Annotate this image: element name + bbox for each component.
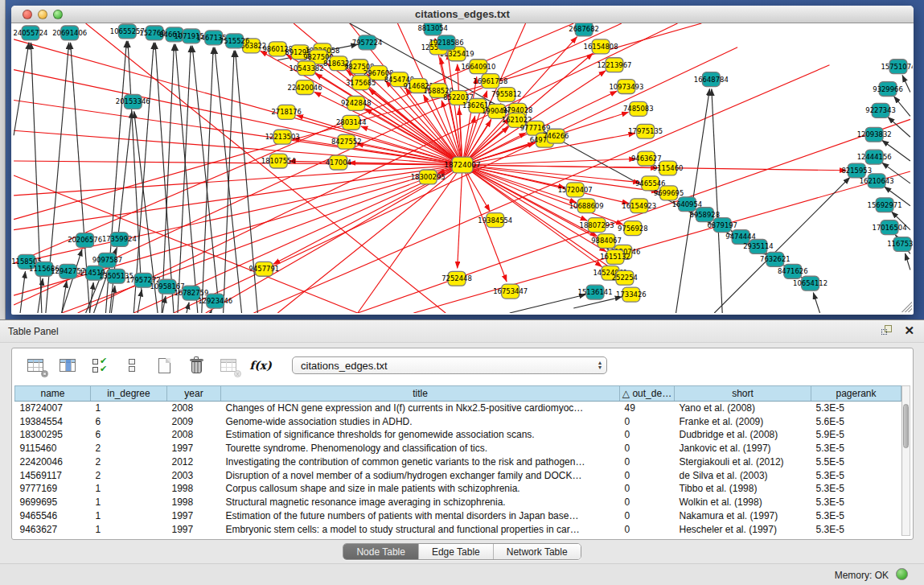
network-node[interactable]: 7485083 bbox=[623, 101, 654, 116]
table-row[interactable]: 1872400712008Changes of HCN gene express… bbox=[15, 402, 901, 415]
column-header-title[interactable]: title bbox=[221, 386, 620, 402]
node-label: 7632621 bbox=[760, 255, 791, 263]
network-node[interactable]: 1167535 bbox=[887, 237, 913, 252]
table-cell: 5.3E-5 bbox=[811, 522, 901, 536]
network-node[interactable]: 2718176 bbox=[271, 105, 302, 119]
network-node[interactable]: 24055724 bbox=[14, 26, 48, 40]
column-header-pagerank[interactable]: pagerank bbox=[811, 386, 901, 402]
table-row[interactable]: 911546021997Tourette syndrome. Phenomeno… bbox=[15, 442, 901, 455]
column-header-name[interactable]: name bbox=[15, 386, 91, 402]
network-node[interactable]: 9756928 bbox=[618, 221, 648, 236]
table-cell: Structural magnetic resonance image aver… bbox=[221, 496, 620, 509]
network-node[interactable]: 12093832 bbox=[857, 127, 892, 142]
table-cell: 2 bbox=[91, 442, 167, 455]
network-node[interactable]: 9115460 bbox=[653, 161, 684, 175]
table-cell: Genome-wide association studies in ADHD. bbox=[221, 414, 620, 428]
tab-node-table[interactable]: Node Table bbox=[343, 544, 419, 559]
table-row[interactable]: 2242004622012Investigating the contribut… bbox=[15, 455, 901, 469]
network-node[interactable]: 20691406 bbox=[52, 26, 87, 40]
network-node[interactable]: 18107554 bbox=[261, 154, 296, 168]
table-row[interactable]: 977716911998Corpus callosum shape and si… bbox=[15, 482, 901, 496]
table-cell: 5.3E-5 bbox=[811, 509, 901, 523]
table-cell: 5.6E-5 bbox=[811, 414, 901, 428]
table-scrollbar-thumb[interactable] bbox=[903, 404, 909, 448]
table-cell: 2012 bbox=[167, 455, 221, 469]
network-node[interactable]: 417004 bbox=[326, 155, 351, 170]
node-label: 12093832 bbox=[857, 130, 892, 138]
network-node[interactable]: 8813054 bbox=[417, 23, 448, 35]
unselect-all-columns-button[interactable] bbox=[121, 356, 142, 375]
column-header-year[interactable]: year bbox=[167, 386, 221, 402]
network-node[interactable]: 16753447 bbox=[493, 284, 528, 299]
network-node[interactable]: 10973493 bbox=[609, 80, 643, 94]
network-node[interactable]: 17359924 bbox=[102, 233, 137, 247]
table-cell: de Silva et al. (2003) bbox=[675, 468, 811, 482]
network-edge bbox=[187, 303, 189, 313]
network-node[interactable]: 8215953 bbox=[841, 163, 872, 178]
network-node[interactable]: 2687682 bbox=[569, 23, 599, 36]
network-node[interactable]: 15692971 bbox=[868, 198, 902, 212]
table-row[interactable]: 969969511998Structural magnetic resonanc… bbox=[15, 496, 901, 509]
new-column-button[interactable] bbox=[154, 356, 175, 375]
network-node[interactable]: 16154923 bbox=[622, 199, 656, 213]
network-node[interactable]: 10688609 bbox=[569, 199, 604, 213]
network-node[interactable]: 15136141 bbox=[578, 285, 613, 299]
table-cell: 0 bbox=[620, 442, 675, 455]
network-node[interactable]: 15720407 bbox=[558, 183, 593, 197]
memory-status-label: Memory: OK bbox=[835, 570, 889, 581]
node-label: 1733426 bbox=[616, 290, 647, 299]
network-node[interactable]: 16648784 bbox=[694, 72, 729, 87]
close-panel-icon[interactable]: ✕ bbox=[904, 324, 914, 336]
table-row[interactable]: 1830029562008Estimation of significance … bbox=[15, 428, 901, 442]
network-edge bbox=[293, 138, 462, 165]
select-all-columns-button[interactable]: ✔ ✔ bbox=[89, 356, 110, 375]
control-panel-edge bbox=[0, 0, 6, 319]
minimize-window-icon[interactable] bbox=[38, 10, 47, 19]
zoom-window-icon[interactable] bbox=[53, 10, 63, 19]
network-node[interactable]: 9329966 bbox=[873, 82, 903, 97]
network-node[interactable]: 2803144 bbox=[336, 115, 367, 130]
network-node[interactable]: 16640910 bbox=[461, 60, 495, 74]
show-columns-button[interactable] bbox=[57, 356, 78, 375]
network-node[interactable]: 16154808 bbox=[584, 39, 618, 54]
close-window-icon[interactable] bbox=[23, 10, 32, 19]
delete-column-button[interactable] bbox=[186, 356, 207, 375]
network-graph[interactable]: 7663822986012889129541822605898275098186… bbox=[11, 23, 913, 313]
function-builder-button[interactable]: f(x) bbox=[250, 356, 271, 375]
network-node[interactable]: 7957224 bbox=[352, 35, 383, 50]
table-cell: 0 bbox=[620, 468, 675, 482]
trash-icon bbox=[191, 358, 203, 373]
node-label: 16753447 bbox=[493, 287, 528, 295]
table-settings-button[interactable] bbox=[25, 356, 46, 375]
table-row[interactable]: 1938455462009Genome-wide association stu… bbox=[15, 414, 901, 428]
network-node[interactable]: 19384554 bbox=[478, 213, 512, 228]
tab-edge-table[interactable]: Edge Table bbox=[419, 544, 494, 559]
column-header-indegree[interactable]: in_degree bbox=[91, 386, 167, 402]
network-node[interactable]: 1733426 bbox=[616, 287, 647, 302]
table-row[interactable]: 946362711997Embryonic stem cells: a mode… bbox=[15, 522, 901, 536]
table-selector-dropdown[interactable]: citations_edges.txt ▴▾ bbox=[292, 356, 607, 374]
network-node[interactable]: 7252448 bbox=[441, 271, 472, 286]
network-window[interactable]: citations_edges.txt 76638229860128891295… bbox=[11, 6, 914, 315]
window-resize-grip[interactable] bbox=[901, 302, 912, 312]
network-node[interactable]: 9227343 bbox=[865, 103, 896, 117]
network-canvas[interactable]: 7663822986012889129541822605898275098186… bbox=[11, 23, 913, 313]
memory-ok-icon[interactable] bbox=[896, 568, 908, 580]
network-node[interactable]: 17016504 bbox=[873, 220, 907, 235]
float-panel-icon[interactable] bbox=[881, 324, 894, 336]
network-window-titlebar[interactable]: citations_edges.txt bbox=[11, 6, 914, 23]
column-header-short[interactable]: short bbox=[675, 386, 811, 402]
node-label: 16648784 bbox=[694, 76, 729, 84]
network-node[interactable]: 20153346 bbox=[116, 95, 150, 109]
node-label: 16640910 bbox=[461, 63, 495, 71]
network-node[interactable]: 12444156 bbox=[857, 150, 892, 164]
table-row[interactable]: 1456911722003Disruption of a novel membe… bbox=[15, 468, 901, 482]
table-scrollbar[interactable] bbox=[901, 385, 910, 536]
node-label: 7515526 bbox=[220, 37, 250, 45]
network-node[interactable]: 12213503 bbox=[265, 130, 300, 144]
network-node[interactable]: 15751074 bbox=[881, 60, 913, 74]
tab-network-table[interactable]: Network Table bbox=[494, 544, 581, 559]
table-row[interactable]: 946554611997Estimation of the future num… bbox=[15, 509, 901, 523]
network-node[interactable]: 17975135 bbox=[628, 124, 663, 138]
column-header-outde[interactable]: △ out_de… bbox=[620, 386, 675, 402]
